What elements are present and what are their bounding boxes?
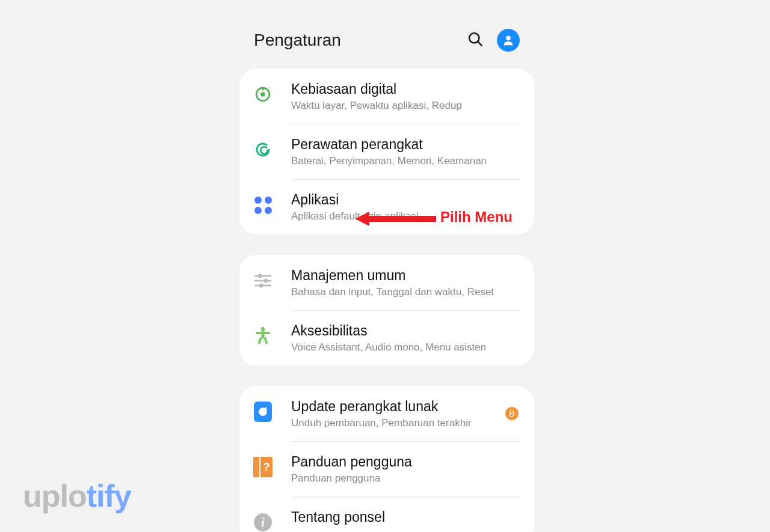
settings-screen: Pengaturan Kebiasa — [239, 0, 534, 532]
settings-item-digital-wellbeing[interactable]: Kebiasaan digital Waktu layar, Pewaktu a… — [239, 69, 534, 124]
settings-item-accessibility[interactable]: Aksesibilitas Voice Assistant, Audio mon… — [239, 310, 534, 365]
watermark-part2: tify — [87, 478, 131, 513]
user-guide-icon: ? — [253, 457, 273, 477]
settings-item-subtitle: Voice Assistant, Audio mono, Menu asiste… — [291, 341, 521, 353]
settings-item-text: Manajemen umum Bahasa dan input, Tanggal… — [291, 267, 521, 298]
svg-point-8 — [265, 280, 268, 283]
settings-item-device-care[interactable]: Perawatan perangkat Baterai, Penyimpanan… — [239, 124, 534, 179]
digital-wellbeing-icon — [253, 84, 273, 105]
settings-item-title: Tentang ponsel — [291, 509, 521, 526]
watermark-part1: uplo — [23, 478, 87, 513]
settings-item-subtitle: Waktu layar, Pewaktu aplikasi, Redup — [291, 99, 521, 112]
settings-item-subtitle: Baterai, Penyimpanan, Memori, Keamanan — [291, 154, 521, 167]
watermark: uplotify — [23, 478, 131, 514]
settings-group-2: Manajemen umum Bahasa dan input, Tanggal… — [239, 255, 534, 365]
general-management-icon — [253, 271, 273, 291]
search-icon[interactable] — [467, 31, 484, 50]
software-update-icon — [253, 402, 273, 422]
svg-point-6 — [259, 275, 262, 278]
device-care-icon — [253, 139, 273, 160]
apps-icon — [253, 195, 273, 215]
settings-item-text: Aksesibilitas Voice Assistant, Audio mon… — [291, 322, 521, 353]
settings-item-text: Aplikasi Aplikasi default, Izin aplikasi — [291, 191, 521, 222]
settings-item-text: Update perangkat lunak Unduh pembaruan, … — [291, 398, 499, 429]
settings-item-general-management[interactable]: Manajemen umum Bahasa dan input, Tanggal… — [239, 255, 534, 310]
header: Pengaturan — [239, 0, 534, 69]
settings-item-title: Panduan pengguna — [291, 453, 521, 471]
svg-line-1 — [478, 41, 481, 45]
about-phone-icon: i — [253, 512, 273, 532]
page-title: Pengaturan — [254, 31, 467, 50]
settings-item-user-guide[interactable]: ? Panduan pengguna Panduan pengguna — [239, 441, 534, 497]
settings-item-title: Aplikasi — [291, 191, 521, 209]
svg-point-4 — [260, 92, 265, 97]
settings-item-title: Manajemen umum — [291, 267, 521, 284]
settings-item-about-phone[interactable]: i Tentang ponsel — [239, 497, 534, 532]
settings-group-3: Update perangkat lunak Unduh pembaruan, … — [239, 386, 534, 532]
settings-item-title: Update perangkat lunak — [291, 398, 499, 415]
accessibility-icon — [253, 326, 273, 346]
settings-item-apps[interactable]: Aplikasi Aplikasi default, Izin aplikasi — [239, 179, 534, 234]
svg-point-11 — [261, 327, 265, 331]
profile-avatar-icon[interactable] — [497, 29, 520, 52]
settings-item-text: Kebiasaan digital Waktu layar, Pewaktu a… — [291, 81, 521, 112]
svg-point-10 — [260, 284, 263, 287]
settings-item-text: Panduan pengguna Panduan pengguna — [291, 453, 521, 485]
settings-item-subtitle: Panduan pengguna — [291, 472, 521, 485]
settings-group-1: Kebiasaan digital Waktu layar, Pewaktu a… — [239, 69, 534, 234]
settings-item-text: Perawatan perangkat Baterai, Penyimpanan… — [291, 136, 521, 167]
svg-point-2 — [506, 35, 511, 40]
header-actions — [467, 29, 525, 52]
svg-rect-14 — [257, 337, 262, 344]
settings-item-software-update[interactable]: Update perangkat lunak Unduh pembaruan, … — [239, 386, 534, 441]
settings-item-title: Kebiasaan digital — [291, 81, 521, 98]
svg-rect-15 — [263, 337, 268, 344]
settings-item-subtitle: Bahasa dan input, Tanggal dan waktu, Res… — [291, 286, 521, 298]
settings-item-text: Tentang ponsel — [291, 509, 521, 527]
svg-rect-13 — [256, 332, 270, 334]
settings-item-title: Aksesibilitas — [291, 322, 521, 340]
settings-item-subtitle: Aplikasi default, Izin aplikasi — [291, 210, 521, 222]
settings-item-subtitle: Unduh pembaruan, Pembaruan terakhir — [291, 417, 499, 429]
update-badge: B — [505, 407, 519, 420]
settings-item-title: Perawatan perangkat — [291, 136, 521, 153]
